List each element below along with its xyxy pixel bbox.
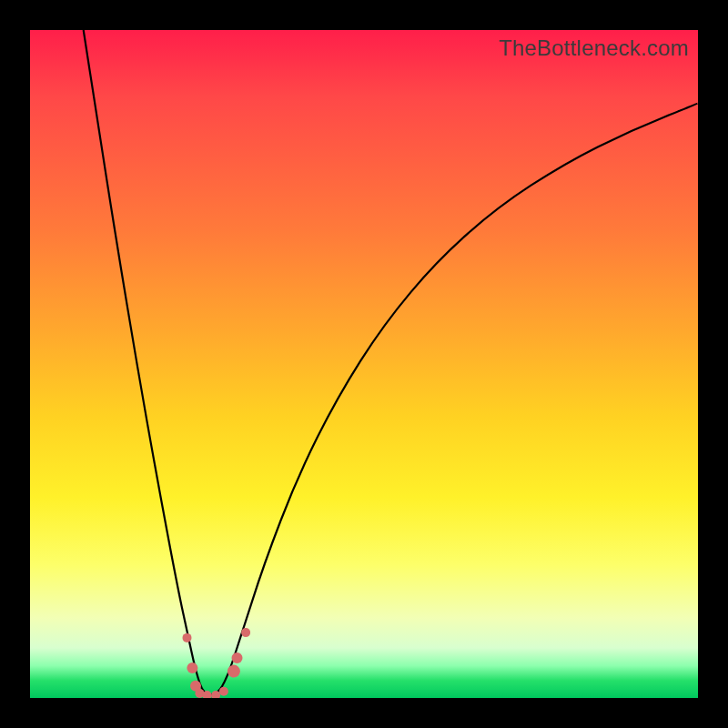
curve-marker [183, 633, 192, 642]
bottleneck-curve [30, 30, 698, 698]
curve-marker [228, 665, 240, 678]
curve-marker [232, 652, 243, 663]
curve-marker [219, 687, 228, 696]
plot-area: TheBottleneck.com [30, 30, 698, 698]
curve-line [84, 30, 698, 694]
curve-marker [187, 662, 197, 673]
curve-marker [241, 628, 250, 637]
chart-frame: TheBottleneck.com [0, 0, 728, 728]
